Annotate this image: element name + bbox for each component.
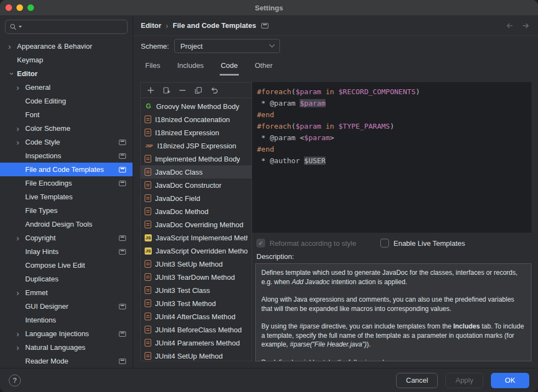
sidebar-item-gui-designer[interactable]: GUI Designer	[0, 299, 133, 313]
template-item-javadoc-method[interactable]: JavaDoc Method	[141, 205, 251, 218]
template-item-javadoc-class[interactable]: JavaDoc Class	[141, 165, 251, 178]
template-item-junit3-teardown-method[interactable]: JUnit3 TearDown Method	[141, 270, 251, 284]
tab-files[interactable]: Files	[144, 58, 161, 76]
template-item-javascript-implemented-method[interactable]: JSJavaScript Implemented Method	[141, 231, 251, 244]
back-icon[interactable]	[505, 21, 514, 30]
template-item-junit4-beforeclass-method[interactable]: JUnit4 BeforeClass Method	[141, 323, 251, 336]
sidebar-item-file-encodings[interactable]: File Encodings	[0, 176, 133, 190]
chevron-down-icon[interactable]: ›	[8, 69, 16, 79]
close-window-button[interactable]	[5, 4, 12, 11]
code-line[interactable]: #foreach($param in $RECORD_COMPONENTS)	[257, 86, 531, 97]
chevron-right-icon[interactable]: ›	[15, 234, 25, 242]
template-item-junit3-test-class[interactable]: JUnit3 Test Class	[141, 284, 251, 297]
template-item-junit4-afterclass-method[interactable]: JUnit4 AfterClass Method	[141, 310, 251, 323]
sidebar-item-duplicates[interactable]: Duplicates	[0, 272, 133, 286]
zoom-window-button[interactable]	[27, 4, 34, 11]
sidebar-item-intentions[interactable]: Intentions	[0, 313, 133, 327]
sidebar-item-label: Editor	[17, 70, 126, 78]
template-item-label: JUnit3 SetUp Method	[155, 260, 223, 268]
template-file-icon	[145, 313, 151, 320]
chevron-right-icon[interactable]: ›	[15, 138, 25, 146]
chevron-right-icon[interactable]: ›	[15, 343, 25, 351]
search-history-caret-icon[interactable]	[19, 26, 22, 28]
minimize-window-button[interactable]	[16, 4, 23, 11]
sidebar-item-file-types[interactable]: File Types	[0, 204, 133, 217]
titlebar[interactable]: Settings	[0, 0, 538, 15]
sidebar-item-language-injections[interactable]: ›Language Injections	[0, 327, 133, 341]
sidebar-item-inspections[interactable]: Inspections	[0, 149, 133, 163]
template-item-implemented-method-body[interactable]: Implemented Method Body	[141, 152, 251, 165]
code-line[interactable]: #end	[257, 109, 531, 120]
chevron-right-icon[interactable]: ›	[15, 83, 25, 91]
ok-button[interactable]: OK	[491, 373, 529, 388]
scheme-select[interactable]: Project	[174, 39, 280, 53]
tab-code[interactable]: Code	[220, 58, 239, 76]
template-item-junit3-setup-method[interactable]: JUnit3 SetUp Method	[141, 257, 251, 270]
help-button[interactable]: ?	[9, 374, 21, 387]
sidebar-item-label: Reader Mode	[25, 357, 116, 365]
sidebar-item-label: Keymap	[17, 56, 126, 64]
add-template-icon[interactable]	[146, 86, 155, 95]
reset-template-icon[interactable]	[210, 86, 219, 95]
sidebar-item-code-style[interactable]: ›Code Style	[0, 135, 133, 149]
settings-search-box[interactable]	[5, 20, 128, 34]
chevron-right-icon[interactable]: ›	[15, 330, 25, 338]
sidebar-item-live-templates[interactable]: Live Templates	[0, 190, 133, 204]
template-item-javadoc-overriding-method[interactable]: JavaDoc Overriding Method	[141, 218, 251, 231]
template-editor[interactable]: #foreach($param in $RECORD_COMPONENTS) *…	[252, 82, 531, 233]
remove-template-icon[interactable]	[178, 86, 187, 95]
sidebar-item-color-scheme[interactable]: ›Color Scheme	[0, 122, 133, 135]
code-line[interactable]: #end	[257, 143, 531, 155]
sidebar-item-emmet[interactable]: ›Emmet	[0, 286, 133, 299]
template-item-javadoc-constructor[interactable]: JavaDoc Constructor	[141, 178, 251, 192]
create-child-template-icon[interactable]	[162, 86, 171, 95]
template-item-javascript-overridden-method[interactable]: JSJavaScript Overridden Method	[141, 244, 251, 257]
template-item-javadoc-field[interactable]: JavaDoc Field	[141, 192, 251, 205]
template-item-label: JavaDoc Class	[155, 168, 203, 176]
sidebar-item-file-and-code-templates[interactable]: File and Code Templates	[0, 163, 133, 176]
description-paragraph: Predefined variables take the following …	[261, 358, 525, 362]
code-line[interactable]: * @author $USER	[257, 155, 531, 166]
tab-other[interactable]: Other	[254, 58, 274, 76]
cancel-button[interactable]: Cancel	[396, 373, 438, 388]
sidebar-item-reader-mode[interactable]: Reader Mode	[0, 354, 133, 368]
sidebar-item-code-editing[interactable]: Code Editing	[0, 94, 133, 108]
tab-includes[interactable]: Includes	[176, 58, 204, 76]
sidebar-item-general[interactable]: ›General	[0, 80, 133, 94]
sidebar-item-keymap[interactable]: Keymap	[0, 53, 133, 67]
chevron-right-icon[interactable]: ›	[15, 289, 25, 297]
enable-live-templates-option[interactable]: Enable Live Templates	[380, 239, 465, 247]
checkbox-unchecked-icon[interactable]	[380, 239, 389, 247]
sidebar-item-compose-live-edit[interactable]: Compose Live Edit	[0, 258, 133, 272]
sidebar-item-font[interactable]: Font	[0, 108, 133, 122]
sidebar-item-copyright[interactable]: ›Copyright	[0, 231, 133, 245]
code-line[interactable]: * @param $param	[257, 97, 531, 109]
chevron-right-icon[interactable]: ›	[15, 124, 25, 132]
sidebar-item-appearance-behavior[interactable]: ›Appearance & Behavior	[0, 39, 133, 53]
template-list-panel: GGroovy New Method BodyI18nized Concaten…	[140, 82, 252, 361]
code-line[interactable]: * @param <$param>	[257, 132, 531, 143]
sidebar-item-inlay-hints[interactable]: Inlay Hints	[0, 245, 133, 258]
copy-template-icon[interactable]	[194, 86, 203, 95]
template-item-junit4-setup-method[interactable]: JUnit4 SetUp Method	[141, 349, 251, 361]
apply-button: Apply	[445, 373, 483, 388]
code-line[interactable]: #foreach($param in $TYPE_PARAMS)	[257, 120, 531, 132]
forward-icon[interactable]	[522, 21, 530, 30]
chevron-right-icon[interactable]: ›	[7, 42, 17, 50]
template-item-i18nized-expression[interactable]: I18nized Expression	[141, 126, 251, 139]
template-item-junit4-parameters-method[interactable]: JUnit4 Parameters Method	[141, 336, 251, 349]
screen-icon	[119, 181, 126, 186]
help-icon: ?	[13, 376, 17, 384]
template-item-junit3-test-method[interactable]: JUnit3 Test Method	[141, 297, 251, 310]
template-item-i18nized-jsp-expression[interactable]: JSPI18nized JSP Expression	[141, 139, 251, 152]
breadcrumb-editor[interactable]: Editor	[141, 21, 162, 30]
sidebar-item-natural-languages[interactable]: ›Natural Languages	[0, 341, 133, 354]
reformat-label: Reformat according to style	[270, 239, 356, 247]
template-item-groovy-new-method-body[interactable]: GGroovy New Method Body	[141, 100, 251, 113]
jsp-file-icon: JSP	[145, 143, 153, 148]
sidebar-item-android-design-tools[interactable]: Android Design Tools	[0, 217, 133, 231]
search-input[interactable]	[26, 23, 123, 31]
template-file-icon	[145, 273, 151, 281]
template-item-i18nized-concatenation[interactable]: I18nized Concatenation	[141, 113, 251, 126]
sidebar-item-editor[interactable]: ›Editor	[0, 67, 133, 80]
